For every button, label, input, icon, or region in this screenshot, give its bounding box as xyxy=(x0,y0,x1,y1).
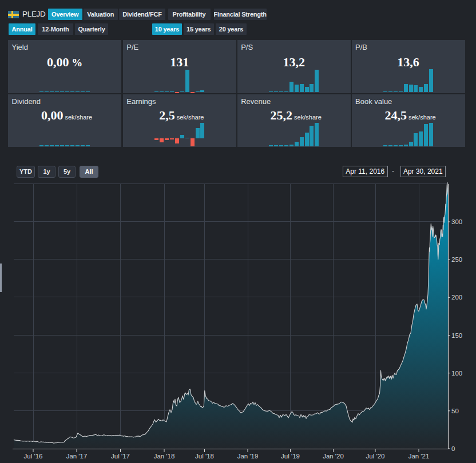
svg-text:Jan '20: Jan '20 xyxy=(323,453,344,460)
svg-text:Jan '18: Jan '18 xyxy=(154,453,175,460)
svg-text:Jul '20: Jul '20 xyxy=(366,453,385,460)
svg-text:100: 100 xyxy=(451,370,462,377)
svg-text:50: 50 xyxy=(451,408,459,414)
svg-text:Jul '16: Jul '16 xyxy=(24,453,43,460)
svg-text:300: 300 xyxy=(451,218,462,225)
svg-text:Jul '18: Jul '18 xyxy=(195,453,214,460)
svg-text:150: 150 xyxy=(451,332,462,339)
svg-text:Jan '21: Jan '21 xyxy=(408,453,430,460)
svg-text:200: 200 xyxy=(451,294,462,301)
svg-text:0: 0 xyxy=(451,445,455,452)
svg-text:250: 250 xyxy=(451,256,462,263)
svg-text:Jul '17: Jul '17 xyxy=(111,453,130,460)
svg-text:Jan '19: Jan '19 xyxy=(237,453,259,460)
svg-text:Jul '19: Jul '19 xyxy=(281,453,300,460)
svg-text:Jan '17: Jan '17 xyxy=(66,453,88,460)
